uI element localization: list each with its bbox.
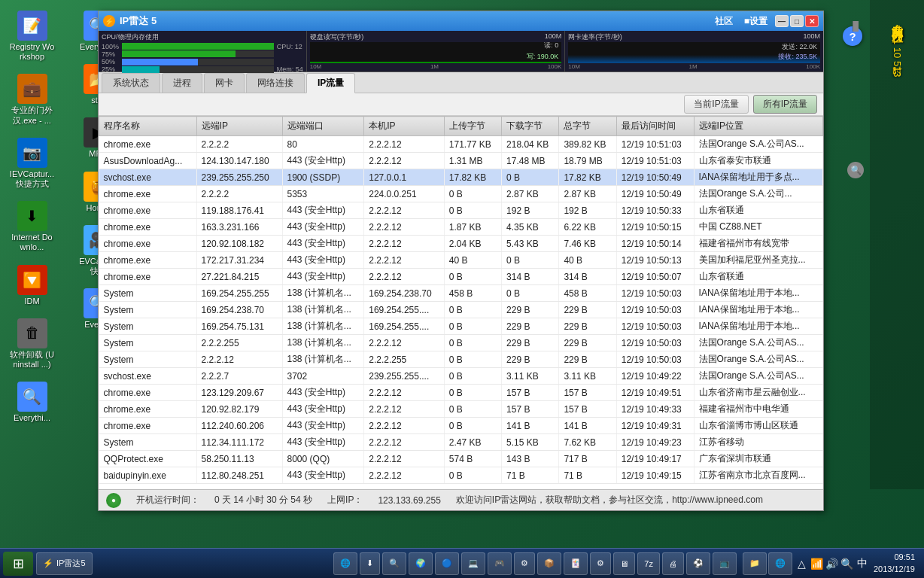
icon-label-ievcapture: IEVCaptur... 快捷方式 — [9, 169, 56, 189]
table-row[interactable]: QQProtect.exe58.250.11.138000 (QQ)2.2.2.… — [99, 451, 823, 467]
taskbar-extra-1[interactable]: 📁 — [743, 552, 767, 575]
taskbar-quick-11[interactable]: ⚙ — [590, 552, 611, 575]
table-row[interactable]: System169.254.238.70138 (计算机名...169.254.… — [99, 302, 823, 318]
icon-registry-workshop[interactable]: 📝 Registry Workshop — [6, 8, 59, 65]
taskbar-quick-3[interactable]: 🔍 — [382, 552, 406, 575]
taskbar-quick-6[interactable]: 💻 — [461, 552, 485, 575]
menu-community[interactable]: 社区 — [715, 15, 733, 28]
icon-label-professional: 专业的门外汉.exe - ... — [9, 105, 56, 125]
table-container[interactable]: 程序名称 远端IP 远端端口 本机IP 上传字节 下载字节 总字节 最后访问时间… — [99, 116, 823, 489]
icon-uninstall[interactable]: 🗑 软件卸载 (Uninstall ...) — [6, 315, 59, 373]
table-row[interactable]: chrome.exe123.129.209.67443 (安全Http)2.2.… — [99, 385, 823, 401]
tab-ip-traffic[interactable]: IP流量 — [306, 73, 355, 93]
search-icon[interactable]: 🔍 — [847, 162, 864, 178]
tab-processes[interactable]: 进程 — [162, 73, 202, 93]
table-row[interactable]: chrome.exe119.188.176.41443 (安全Http)2.2.… — [99, 202, 823, 219]
taskbar: ⊞ ⚡ IP雷达5 🌐 ⬇ 🔍 🌍 🔵 💻 🎮 ⚙ 📦 🃏 ⚙ 🖥 7z 🖨 ⚽ — [0, 548, 924, 578]
tray-network[interactable]: 📶 — [810, 557, 824, 570]
cpu-mem-meter: CPU/物理内存使用 100%75%50%25% CPU: 12 Mem: 54 — [99, 31, 307, 71]
table-row[interactable]: System169.254.255.255138 (计算机名...169.254… — [99, 285, 823, 302]
taskbar-quick-10[interactable]: 🃏 — [564, 552, 588, 575]
icon-internet-download[interactable]: ⬇ Internet Downlo... — [6, 198, 59, 255]
uptime-label: 开机运行时间： — [136, 494, 199, 507]
taskbar-quick-13[interactable]: 7z — [637, 552, 660, 575]
table-row[interactable]: System2.2.2.12138 (计算机名...2.2.2.2550 B22… — [99, 351, 823, 368]
icon-label-uninstall: 软件卸载 (Uninstall ...) — [9, 350, 56, 370]
taskbar-quick-7[interactable]: 🎮 — [488, 552, 512, 575]
table-row[interactable]: chrome.exe163.3.231.166443 (安全Http)2.2.2… — [99, 219, 823, 236]
right-panel-text[interactable]: 专业的门外汉 — [890, 15, 904, 24]
table-row[interactable]: svchost.exe239.255.255.2501900 (SSDP)127… — [99, 169, 823, 186]
menu-settings[interactable]: ■设置 — [744, 15, 767, 28]
table-row[interactable]: System169.254.75.131138 (计算机名...169.254.… — [99, 318, 823, 335]
tab-network-card[interactable]: 网卡 — [204, 73, 245, 93]
icon-ievcapture[interactable]: 📷 IEVCaptur... 快捷方式 — [6, 135, 59, 192]
taskbar-quick-1[interactable]: 🌐 — [333, 552, 357, 575]
welcome-text: 欢迎访问IP雷达网站，获取帮助文档，参与社区交流，http://www.ipne… — [456, 494, 816, 507]
table-row[interactable]: svchost.exe2.2.2.73702239.255.255....0 B… — [99, 368, 823, 385]
tab-system-status[interactable]: 系统状态 — [102, 73, 160, 93]
table-row[interactable]: AsusDownloadAg...124.130.147.180443 (安全H… — [99, 153, 823, 169]
toolbar: 当前IP流量 所有IP流量 — [99, 93, 823, 116]
close-button[interactable]: ✕ — [805, 15, 819, 27]
tab-network-connection[interactable]: 网络连接 — [246, 73, 305, 93]
disk-read: 读: 0 — [544, 42, 558, 49]
disk-meter: 硬盘读写(字节/秒) 100M 读: 0 写: 190.0K 10M1M100K — [307, 31, 566, 71]
table-row[interactable]: chrome.exe172.217.31.234443 (安全Http)2.2.… — [99, 252, 823, 269]
taskbar-quick-launch: 🌐 ⬇ 🔍 🌍 🔵 💻 🎮 ⚙ 📦 🃏 ⚙ 🖥 7z 🖨 ⚽ 📺 — [333, 552, 737, 575]
table-row[interactable]: chrome.exe112.240.60.206443 (安全Http)2.2.… — [99, 418, 823, 434]
col-remote-ip: 远端IP — [196, 117, 282, 136]
tray-ime[interactable]: 中 — [856, 557, 869, 570]
taskbar-quick-14[interactable]: 🖨 — [662, 552, 684, 575]
title-bar: ⚡ IP雷达 5 社区 ■设置 — □ ✕ — [99, 11, 823, 31]
col-local-ip: 本机IP — [364, 117, 445, 136]
tabs-bar: 系统状态 进程 网卡 网络连接 IP流量 — [99, 72, 823, 93]
all-ip-button[interactable]: 所有IP流量 — [753, 95, 817, 114]
table-row[interactable]: chrome.exe27.221.84.215443 (安全Http)2.2.2… — [99, 269, 823, 285]
table-row[interactable]: chrome.exe120.92.82.179443 (安全Http)2.2.2… — [99, 401, 823, 418]
tray-search[interactable]: 🔍 — [840, 557, 854, 570]
table-row[interactable]: System2.2.2.255138 (计算机名...2.2.2.120 B22… — [99, 335, 823, 351]
cpu-bars — [122, 43, 274, 73]
icon-professional[interactable]: 💼 专业的门外汉.exe - ... — [6, 71, 59, 128]
system-clock: 09:51 2013/12/19 — [874, 552, 915, 575]
taskbar-item-ip[interactable]: ⚡ IP雷达5 — [36, 552, 93, 575]
maximize-button[interactable]: □ — [790, 15, 804, 27]
col-total: 总字节 — [559, 117, 616, 136]
system-tray: △ 📶 🔊 🔍 中 09:51 2013/12/19 — [795, 552, 921, 575]
taskbar-quick-12[interactable]: 🖥 — [613, 552, 635, 575]
app-window: ⚡ IP雷达 5 社区 ■设置 — □ ✕ CPU/物理内存使用 100%75%… — [98, 11, 824, 511]
table-row[interactable]: System112.34.111.172443 (安全Http)2.2.2.12… — [99, 434, 823, 451]
cpu-values: CPU: 12 Mem: 54 — [277, 43, 303, 73]
taskbar-extra-2[interactable]: 🌐 — [768, 552, 792, 575]
app-icon: ⚡ — [103, 15, 115, 27]
table-row[interactable]: chrome.exe2.2.2.2802.2.2.12171.77 KB218.… — [99, 136, 823, 153]
net-graph: 发送: 22.0K 接收: 235.5K — [568, 42, 820, 63]
cpu-mem-label: CPU/物理内存使用 — [102, 32, 303, 42]
current-ip-button[interactable]: 当前IP流量 — [684, 95, 748, 114]
taskbar-quick-4[interactable]: 🌍 — [409, 552, 433, 575]
taskbar-quick-5[interactable]: 🔵 — [435, 552, 459, 575]
minimize-button[interactable]: — — [775, 15, 789, 27]
table-row[interactable]: chrome.exe120.92.108.182443 (安全Http)2.2.… — [99, 236, 823, 252]
taskbar-quick-16[interactable]: 📺 — [713, 552, 737, 575]
taskbar-quick-9[interactable]: 📦 — [537, 552, 561, 575]
tray-volume[interactable]: 🔊 — [825, 557, 839, 570]
tray-expand[interactable]: △ — [795, 557, 809, 570]
table-row[interactable]: chrome.exe2.2.2.25353224.0.0.2510 B2.87 … — [99, 186, 823, 202]
taskbar-quick-2[interactable]: ⬇ — [360, 552, 380, 575]
col-remote-port: 远端端口 — [282, 117, 364, 136]
icon-label-idl: Internet Downlo... — [9, 233, 56, 252]
net-header: 网卡速率(字节/秒) 100M — [568, 32, 820, 42]
taskbar-label-ip: IP雷达5 — [56, 558, 86, 569]
desktop-icons-col1: 📝 Registry Workshop 💼 专业的门外汉.exe - ... 📷… — [0, 0, 64, 426]
icon-everything-bottom[interactable]: 🔍 Everythi... — [6, 379, 59, 426]
taskbar-quick-8[interactable]: ⚙ — [514, 552, 535, 575]
taskbar-quick-15[interactable]: ⚽ — [686, 552, 710, 575]
net-recv: 接收: 235.5K — [778, 52, 817, 62]
icon-idm[interactable]: 🔽 IDM — [6, 262, 59, 309]
scroll-up-area[interactable] — [853, 21, 859, 32]
table-row[interactable]: baidupinyin.exe112.80.248.251443 (安全Http… — [99, 467, 823, 484]
start-button[interactable]: ⊞ — [3, 552, 33, 576]
disk-graph: 读: 0 写: 190.0K — [310, 42, 562, 63]
